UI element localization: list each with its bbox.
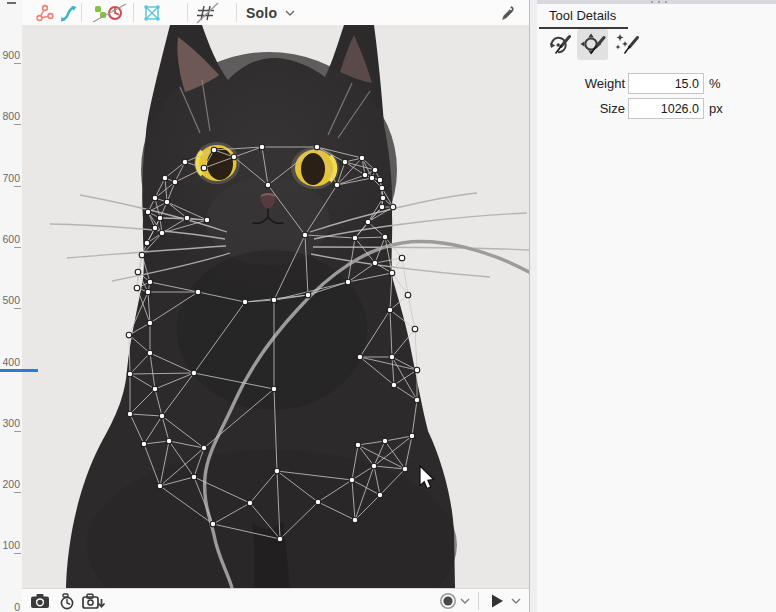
mesh-vertex[interactable] [390, 204, 396, 210]
weight-input[interactable] [628, 73, 704, 94]
mesh-vertex[interactable] [147, 350, 153, 356]
tab-tool-details[interactable]: Tool Details [539, 6, 628, 29]
play-options-chevron-icon[interactable] [509, 591, 523, 611]
mesh-vertex[interactable] [414, 367, 420, 373]
mesh-vertex[interactable] [141, 441, 147, 447]
mesh-vertex[interactable] [184, 215, 190, 221]
mesh-vertex[interactable] [147, 320, 153, 326]
mesh-vertex[interactable] [377, 492, 383, 498]
move-brush-icon[interactable] [577, 29, 608, 60]
mesh-vertex[interactable] [147, 279, 153, 285]
mesh-vertex[interactable] [355, 442, 361, 448]
mesh-vertex[interactable] [372, 167, 378, 173]
mesh-vertex[interactable] [211, 147, 217, 153]
curve-deform-icon[interactable] [59, 2, 81, 23]
mesh-vertex[interactable] [265, 182, 271, 188]
timeline-playhead-marker[interactable] [0, 369, 38, 372]
mesh-vertex[interactable] [302, 232, 308, 238]
mesh-vertex[interactable] [191, 370, 197, 376]
timer-camera-icon[interactable] [55, 591, 79, 611]
feather-brush-icon[interactable] [611, 29, 642, 60]
mesh-vertex[interactable] [387, 307, 393, 313]
mesh-vertex[interactable] [164, 199, 170, 205]
mesh-vertex[interactable] [414, 397, 420, 403]
mesh-vertex[interactable] [377, 177, 383, 183]
mesh-vertex[interactable] [277, 536, 283, 542]
mesh-vertex[interactable] [134, 285, 140, 291]
mesh-vertex[interactable] [204, 217, 210, 223]
bounding-box-icon[interactable] [141, 2, 163, 23]
mesh-vertex[interactable] [144, 240, 150, 246]
mesh-vertex[interactable] [365, 219, 371, 225]
mesh-vertex[interactable] [372, 260, 378, 266]
mesh-vertex[interactable] [157, 483, 163, 489]
mesh-vertex[interactable] [152, 225, 158, 231]
mesh-vertex[interactable] [191, 474, 197, 480]
mesh-vertex[interactable] [389, 270, 395, 276]
mesh-vertex[interactable] [271, 297, 277, 303]
mesh-vertex[interactable] [382, 438, 388, 444]
grid-icon[interactable] [194, 2, 220, 23]
panel-drag-grip[interactable] [537, 0, 776, 4]
solo-mode-dropdown[interactable]: Solo [246, 0, 295, 25]
mesh-vertex[interactable] [210, 521, 216, 527]
mesh-vertex[interactable] [379, 204, 385, 210]
mesh-vertex[interactable] [380, 195, 386, 201]
mesh-vertex[interactable] [352, 235, 358, 241]
mesh-vertex[interactable] [127, 411, 133, 417]
mesh-vertex[interactable] [389, 354, 395, 360]
mesh-vertex[interactable] [382, 234, 388, 240]
record-options-chevron-icon[interactable] [458, 591, 472, 611]
mesh-vertex[interactable] [359, 155, 365, 161]
mesh-vertex[interactable] [274, 468, 280, 474]
mesh-vertex[interactable] [139, 252, 145, 258]
mesh-vertex[interactable] [172, 179, 178, 185]
mesh-vertex[interactable] [402, 466, 408, 472]
mesh-vertex[interactable] [127, 371, 133, 377]
mesh-vertex[interactable] [247, 500, 253, 506]
mesh-vertex[interactable] [231, 154, 237, 160]
mesh-vertex[interactable] [405, 292, 411, 298]
mesh-vertex[interactable] [157, 215, 163, 221]
mesh-vertex[interactable] [259, 144, 265, 150]
viewport-canvas[interactable] [22, 25, 529, 588]
mesh-vertex[interactable] [409, 433, 415, 439]
mesh-vertex[interactable] [315, 499, 321, 505]
mesh-vertex[interactable] [182, 159, 188, 165]
mesh-vertex[interactable] [195, 289, 201, 295]
mesh-vertex[interactable] [342, 159, 348, 165]
ruler-collapse-dash[interactable] [7, 2, 16, 4]
onion-skin-icon[interactable] [90, 2, 130, 23]
mesh-vertex[interactable] [152, 195, 158, 201]
mesh-vertex[interactable] [126, 332, 132, 338]
pen-icon[interactable] [496, 2, 518, 23]
mesh-vertex[interactable] [305, 292, 311, 298]
mesh-vertex[interactable] [369, 175, 375, 181]
mesh-vertex[interactable] [145, 209, 151, 215]
mesh-vertex[interactable] [362, 172, 368, 178]
mesh-vertex[interactable] [379, 185, 385, 191]
mesh-vertex-icon[interactable] [34, 2, 56, 23]
rotate-brush-icon[interactable] [543, 29, 574, 60]
mesh-vertex[interactable] [352, 517, 358, 523]
mesh-vertex[interactable] [162, 175, 168, 181]
mesh-vertex[interactable] [242, 299, 248, 305]
mesh-vertex[interactable] [349, 477, 355, 483]
mesh-vertex[interactable] [412, 326, 418, 332]
mesh-vertex[interactable] [345, 279, 351, 285]
mesh-vertex[interactable] [166, 438, 172, 444]
record-icon[interactable] [436, 591, 460, 611]
size-input[interactable] [628, 98, 704, 119]
snapshot-camera-icon[interactable] [28, 591, 52, 611]
mesh-vertex[interactable] [399, 255, 405, 261]
mesh-vertex[interactable] [145, 289, 151, 295]
mesh-vertex[interactable] [135, 269, 141, 275]
mesh-vertex[interactable] [201, 445, 207, 451]
mesh-vertex[interactable] [152, 386, 158, 392]
mesh-vertex[interactable] [334, 182, 340, 188]
mesh-vertex[interactable] [271, 386, 277, 392]
mesh-vertex[interactable] [314, 144, 320, 150]
mesh-vertex[interactable] [201, 165, 207, 171]
mesh-vertex[interactable] [391, 382, 397, 388]
mesh-vertex[interactable] [159, 230, 165, 236]
